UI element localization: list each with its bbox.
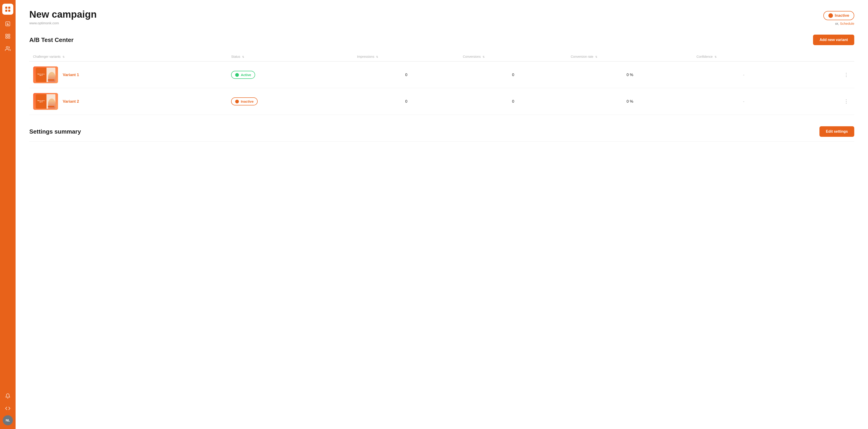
code-nav-icon[interactable] <box>2 403 13 414</box>
svg-rect-3 <box>8 10 10 12</box>
svg-rect-8 <box>8 37 10 38</box>
col-conversions: Conversions ⇅ <box>459 52 567 61</box>
status-badge-1[interactable]: Inactive <box>231 97 258 106</box>
sidebar-bottom: NL <box>2 391 13 425</box>
conversions-cell-0: 0 <box>459 61 567 88</box>
schedule-prefix-text: or, <box>835 22 839 25</box>
table-row: Want to win a GIFT? Variant 2 Inactive <box>29 88 854 115</box>
svg-rect-5 <box>6 34 7 36</box>
ab-test-title: A/B Test Center <box>29 36 73 44</box>
page-subtitle: www.optimonk.com <box>29 21 97 25</box>
variant-cell-1: Want to win a GIFT? Variant 2 <box>29 88 227 115</box>
add-new-variant-button[interactable]: Add new variant <box>813 35 854 45</box>
variants-tbody: Want to win a GIFT? Variant 1 Active <box>29 61 854 115</box>
col-impressions: Impressions ⇅ <box>353 52 459 61</box>
variants-table: Challenger variants ⇅ Status ⇅ Impressio… <box>29 52 854 115</box>
confidence-cell-0: - <box>693 61 795 88</box>
status-cell-1: Inactive <box>227 88 353 115</box>
col-conversion-rate: Conversion rate ⇅ <box>567 52 693 61</box>
svg-rect-2 <box>5 10 7 12</box>
variant-thumbnail-0[interactable]: Want to win a GIFT? <box>33 66 58 83</box>
grid-nav-icon[interactable] <box>2 31 13 42</box>
badge-label-1: Inactive <box>241 99 253 103</box>
user-avatar[interactable]: NL <box>3 415 13 425</box>
col-status: Status ⇅ <box>227 52 353 61</box>
impressions-cell-0: 0 <box>353 61 459 88</box>
badge-dot-0 <box>235 73 239 77</box>
variant-cell-wrapper: Want to win a GIFT? Variant 2 <box>33 93 224 110</box>
conversion-rate-sort-icon[interactable]: ⇅ <box>595 55 597 58</box>
campaign-status-toggle[interactable]: Inactive <box>823 11 854 20</box>
confidence-cell-1: - <box>693 88 795 115</box>
table-header: Challenger variants ⇅ Status ⇅ Impressio… <box>29 52 854 61</box>
variant-sort-icon[interactable]: ⇅ <box>63 55 65 58</box>
more-actions-button-1[interactable]: ⋮ <box>842 97 850 106</box>
col-variant: Challenger variants ⇅ <box>29 52 227 61</box>
main-content: New campaign www.optimonk.com Inactive o… <box>16 0 868 429</box>
impressions-cell-1: 0 <box>353 88 459 115</box>
conversions-sort-icon[interactable]: ⇅ <box>483 55 485 58</box>
settings-summary-title: Settings summary <box>29 128 81 135</box>
actions-cell-1: ⋮ <box>795 88 854 115</box>
badge-label-0: Active <box>241 73 251 77</box>
conversion-rate-cell-0: 0 % <box>567 61 693 88</box>
col-actions <box>795 52 854 61</box>
settings-summary-section: Settings summary Edit settings <box>29 126 854 142</box>
impressions-sort-icon[interactable]: ⇅ <box>376 55 378 58</box>
analytics-nav-icon[interactable] <box>2 18 13 29</box>
table-row: Want to win a GIFT? Variant 1 Active <box>29 61 854 88</box>
svg-point-9 <box>6 47 8 48</box>
more-actions-button-0[interactable]: ⋮ <box>842 71 850 79</box>
settings-summary-header: Settings summary Edit settings <box>29 126 854 137</box>
header-right: Inactive or, Schedule <box>823 11 854 25</box>
status-badge-0[interactable]: Active <box>231 71 255 79</box>
confidence-sort-icon[interactable]: ⇅ <box>715 55 717 58</box>
variant-name-1[interactable]: Variant 2 <box>63 99 79 104</box>
settings-divider <box>29 141 854 142</box>
svg-rect-6 <box>8 34 10 36</box>
svg-rect-7 <box>6 37 7 38</box>
page-header: New campaign www.optimonk.com Inactive o… <box>29 9 854 25</box>
schedule-link-container: or, Schedule <box>835 22 854 25</box>
ab-test-section-header: A/B Test Center Add new variant <box>29 35 854 45</box>
sidebar: NL <box>0 0 16 429</box>
conversions-cell-1: 0 <box>459 88 567 115</box>
status-cell-0: Active <box>227 61 353 88</box>
conversion-rate-cell-1: 0 % <box>567 88 693 115</box>
page-title: New campaign <box>29 9 97 20</box>
svg-rect-0 <box>5 7 7 9</box>
status-dot-indicator <box>828 13 833 18</box>
page-title-section: New campaign www.optimonk.com <box>29 9 97 25</box>
schedule-link[interactable]: Schedule <box>840 22 854 25</box>
status-label: Inactive <box>835 13 849 18</box>
edit-settings-button[interactable]: Edit settings <box>819 126 854 137</box>
app-logo[interactable] <box>2 4 13 15</box>
variant-thumbnail-1[interactable]: Want to win a GIFT? <box>33 93 58 110</box>
users-nav-icon[interactable] <box>2 43 13 54</box>
svg-rect-1 <box>8 7 10 9</box>
notifications-nav-icon[interactable] <box>2 391 13 401</box>
sidebar-top <box>2 4 13 54</box>
variant-name-0[interactable]: Variant 1 <box>63 73 79 77</box>
actions-cell-0: ⋮ <box>795 61 854 88</box>
table-header-row: Challenger variants ⇅ Status ⇅ Impressio… <box>29 52 854 61</box>
badge-dot-1 <box>235 100 239 103</box>
status-sort-icon[interactable]: ⇅ <box>242 55 244 58</box>
variant-cell-wrapper: Want to win a GIFT? Variant 1 <box>33 66 224 83</box>
col-confidence: Confidence ⇅ <box>693 52 795 61</box>
variant-cell-0: Want to win a GIFT? Variant 1 <box>29 61 227 88</box>
